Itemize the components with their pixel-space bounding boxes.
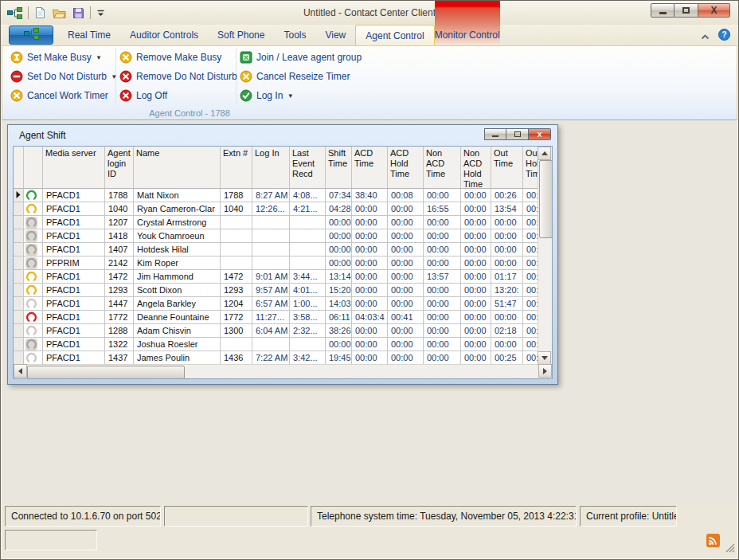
row-selector-cell[interactable] [14, 189, 24, 202]
cell-acd-time[interactable]: 00:00 [352, 324, 388, 338]
cell-acd-hold-time[interactable]: 00:00 [388, 324, 424, 338]
cell-name[interactable]: Deanne Fountaine [134, 311, 221, 324]
cell-out-time[interactable]: 00:00 [491, 257, 523, 270]
column-header-out-hold-time[interactable]: Out Hold Time [523, 147, 538, 189]
cell-out-time[interactable]: 00:26 [491, 189, 523, 202]
tab-tools[interactable]: Tools [274, 25, 315, 45]
cell-log-in[interactable]: 7:22 AM [252, 351, 290, 365]
row-selector-cell[interactable] [14, 270, 24, 284]
cell-out-hold-time[interactable]: 00: [523, 324, 538, 338]
cell-agent-login-id[interactable]: 1207 [105, 216, 134, 229]
scroll-left-button[interactable] [14, 364, 27, 378]
cell-media-server[interactable]: PFACD1 [43, 270, 105, 284]
scroll-down-button[interactable] [538, 351, 551, 365]
cell-acd-time[interactable]: 00:00 [352, 243, 388, 257]
cell-acd-time[interactable]: 04:03:4 [352, 311, 388, 324]
table-row[interactable]: PFACD11788Matt Nixon17888:27 AM4:08...07… [14, 189, 538, 202]
minimize-button[interactable] [651, 3, 674, 18]
cell-extn[interactable]: 1472 [221, 270, 252, 284]
tab-agent-control[interactable]: Agent Control [355, 25, 434, 45]
cell-name[interactable]: Hotdesk Hilal [134, 243, 221, 257]
table-row[interactable]: PFACD11207Crystal Armstrong00:0000:0000:… [14, 216, 538, 229]
cell-out-hold-time[interactable]: 00: [523, 189, 538, 202]
cell-name[interactable]: Jim Hammond [134, 270, 221, 284]
cell-acd-time[interactable]: 00:00 [352, 270, 388, 284]
cell-non-acd-time[interactable]: 00:00 [424, 229, 461, 243]
table-row[interactable]: PFACD11293Scott Dixon12939:57 AM4:01...1… [14, 284, 538, 297]
cell-non-acd-time[interactable]: 00:00 [424, 338, 461, 351]
column-header-shift-time[interactable]: Shift Time [326, 147, 352, 189]
cell-last-event-recd[interactable] [290, 257, 326, 270]
cell-out-time[interactable]: 51:47 [491, 297, 523, 311]
row-selector-cell[interactable] [14, 243, 24, 257]
row-selector-cell[interactable] [14, 311, 24, 324]
cell-out-hold-time[interactable]: 00: [523, 257, 538, 270]
tab-auditor-controls[interactable]: Auditor Controls [120, 25, 208, 45]
join-leave-agent-group-button[interactable]: Join / Leave agent group [237, 48, 372, 67]
column-header-last-event-recd[interactable]: Last Event Recd [290, 147, 326, 189]
cell-media-server[interactable]: PFACD1 [43, 311, 105, 324]
cell-out-time[interactable]: 00:00 [491, 229, 523, 243]
cell-last-event-recd[interactable] [290, 243, 326, 257]
scroll-right-button[interactable] [538, 364, 552, 378]
cell-log-in[interactable] [252, 338, 290, 351]
save-icon[interactable] [72, 7, 84, 19]
cell-log-in[interactable] [252, 216, 290, 229]
agent-shift-title-bar[interactable]: Agent Shift x [13, 125, 553, 146]
row-selector-cell[interactable] [14, 338, 24, 351]
cell-extn[interactable] [221, 243, 252, 257]
cell-log-in[interactable]: 9:57 AM [252, 284, 290, 297]
cell-media-server[interactable]: PFACD1 [43, 284, 105, 297]
cell-acd-time[interactable]: 00:00 [352, 229, 388, 243]
cell-non-acd-hold-time[interactable]: 00:00 [461, 338, 491, 351]
cell-agent-login-id[interactable]: 1772 [105, 311, 134, 324]
column-header-non-acd-hold-time[interactable]: Non ACD Hold Time [461, 147, 491, 189]
help-button[interactable]: ? [718, 29, 730, 44]
cell-name[interactable]: Kim Roper [134, 257, 221, 270]
cell-acd-hold-time[interactable]: 00:00 [388, 202, 424, 216]
cell-extn[interactable]: 1300 [221, 324, 252, 338]
table-row[interactable]: PFACD11040Ryan Cameron-Clar104012:26...4… [14, 202, 538, 216]
column-header-acd-time[interactable]: ACD Time [352, 147, 388, 189]
cell-extn[interactable]: 1204 [221, 297, 252, 311]
cell-extn[interactable] [221, 216, 252, 229]
cell-name[interactable]: Angela Barkley [134, 297, 221, 311]
cell-agent-login-id[interactable]: 1788 [105, 189, 134, 202]
cell-last-event-recd[interactable]: 4:01... [290, 284, 326, 297]
cell-acd-time[interactable]: 00:00 [352, 202, 388, 216]
set-make-busy-button[interactable]: Set Make Busy▾ [7, 48, 115, 67]
cell-last-event-recd[interactable] [290, 338, 326, 351]
table-row[interactable]: PFPRIM2142Kim Roper00:0000:0000:0000:000… [14, 257, 538, 270]
row-selector-cell[interactable] [14, 284, 24, 297]
cell-log-in[interactable] [252, 243, 290, 257]
cell-agent-login-id[interactable]: 1288 [105, 324, 134, 338]
row-selector-cell[interactable] [14, 257, 24, 270]
cell-agent-login-id[interactable]: 1418 [105, 229, 134, 243]
cell-non-acd-time[interactable]: 13:57 [424, 270, 461, 284]
maximize-button[interactable] [674, 3, 698, 18]
cell-out-hold-time[interactable]: 00: [523, 202, 538, 216]
cell-shift-time[interactable]: 06:11 [326, 311, 352, 324]
cell-non-acd-hold-time[interactable]: 00:00 [461, 229, 491, 243]
cell-shift-time[interactable]: 00:00 [326, 216, 352, 229]
cell-media-server[interactable]: PFACD1 [43, 216, 105, 229]
cell-shift-time[interactable]: 19:45 [326, 351, 352, 365]
cell-agent-login-id[interactable]: 1407 [105, 243, 134, 257]
cell-shift-time[interactable]: 00:00 [326, 338, 352, 351]
qat-menu-icon[interactable] [96, 9, 105, 18]
cell-extn[interactable]: 1772 [221, 311, 252, 324]
cell-media-server[interactable]: PFACD1 [43, 243, 105, 257]
cell-acd-time[interactable]: 00:00 [352, 297, 388, 311]
cell-log-in[interactable]: 6:57 AM [252, 297, 290, 311]
cell-acd-time[interactable]: 00:00 [352, 338, 388, 351]
row-selector-cell[interactable] [14, 297, 24, 311]
cell-non-acd-time[interactable]: 00:00 [424, 311, 461, 324]
cell-non-acd-time[interactable]: 00:00 [424, 351, 461, 365]
cell-acd-hold-time[interactable]: 00:00 [388, 216, 424, 229]
cell-name[interactable]: Youk Chamroeun [134, 229, 221, 243]
cell-non-acd-hold-time[interactable]: 00:00 [461, 243, 491, 257]
tab-soft-phone[interactable]: Soft Phone [208, 25, 274, 45]
new-document-icon[interactable] [34, 6, 46, 19]
cell-out-hold-time[interactable]: 00: [523, 284, 538, 297]
cell-non-acd-hold-time[interactable]: 00:00 [461, 189, 491, 202]
